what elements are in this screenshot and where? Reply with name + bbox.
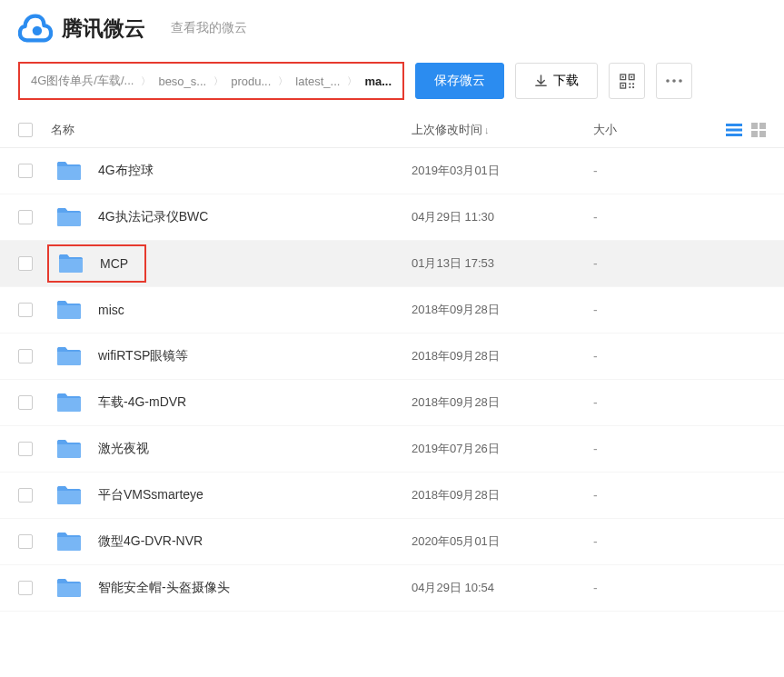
table-row[interactable]: 4G执法记录仪BWC04月29日 11:30- [0,194,784,241]
svg-rect-14 [726,124,742,126]
breadcrumb-item[interactable]: ma... [364,75,392,88]
table-row[interactable]: misc2018年09月28日- [0,287,784,334]
file-size: - [593,488,766,503]
file-name[interactable]: MCP [100,256,128,271]
file-modified-time: 2018年09月28日 [412,348,593,364]
download-button-label: 下载 [553,73,579,89]
file-name[interactable]: 微型4G-DVR-NVR [98,533,412,550]
column-name[interactable]: 名称 [45,122,412,138]
row-checkbox[interactable] [18,210,33,224]
save-button[interactable]: 保存微云 [415,63,504,99]
file-size: - [593,303,766,317]
breadcrumb-item[interactable]: latest_... [295,75,340,88]
folder-icon [56,161,82,181]
row-checkbox[interactable] [18,256,33,271]
qrcode-icon [620,74,635,89]
svg-rect-15 [726,129,742,132]
file-name[interactable]: 平台VMSsmarteye [98,487,412,503]
svg-point-13 [679,79,682,83]
svg-point-11 [666,79,670,83]
file-size: - [593,210,766,224]
chevron-right-icon: 〉 [141,75,151,88]
select-all-checkbox[interactable] [18,123,33,137]
table-row[interactable]: 平台VMSsmarteye2018年09月28日- [0,473,784,519]
table-row[interactable]: MCP01月13日 17:53- [0,241,784,287]
folder-icon [56,207,82,227]
file-list: 4G布控球2019年03月01日-4G执法记录仪BWC04月29日 11:30-… [0,148,784,612]
table-row[interactable]: wifiRTSP眼镜等2018年09月28日- [0,334,784,380]
file-modified-time: 2019年03月01日 [412,163,593,179]
select-all-wrap [18,123,45,137]
table-row[interactable]: 4G布控球2019年03月01日- [0,148,784,194]
folder-icon [56,346,82,366]
file-modified-time: 2020年05月01日 [412,533,593,550]
file-modified-time: 2019年07月26日 [412,441,593,457]
table-row[interactable]: 车载-4G-mDVR2018年09月28日- [0,380,784,426]
file-name[interactable]: misc [98,303,412,317]
qrcode-button[interactable] [609,63,645,99]
chevron-right-icon: 〉 [213,75,223,88]
view-toggle [702,123,766,137]
subtitle-link[interactable]: 查看我的微云 [171,20,247,36]
file-size: - [593,534,766,549]
row-checkbox[interactable] [18,581,33,595]
breadcrumb: 4G图传单兵/车载/...〉beso_s...〉produ...〉latest_… [18,62,404,100]
row-checkbox[interactable] [18,488,33,503]
column-time[interactable]: 上次修改时间↓ [412,122,593,138]
svg-rect-20 [759,131,766,137]
table-row[interactable]: 激光夜视2019年07月26日- [0,426,784,473]
list-header: 名称 上次修改时间↓ 大小 [0,113,784,148]
table-row[interactable]: 微型4G-DVR-NVR2020年05月01日- [0,519,784,565]
cloud-logo-icon [18,11,53,45]
highlighted-folder: MCP [47,244,146,283]
table-row[interactable]: 智能安全帽-头盔摄像头04月29日 10:54- [0,565,784,612]
file-modified-time: 04月29日 10:54 [412,580,593,596]
svg-rect-19 [751,131,758,137]
file-modified-time: 2018年09月28日 [412,394,593,411]
file-name[interactable]: 4G布控球 [98,163,412,179]
folder-icon [56,300,82,320]
more-button[interactable] [656,63,692,99]
file-name[interactable]: 智能安全帽-头盔摄像头 [98,580,412,596]
breadcrumb-item[interactable]: produ... [231,75,271,88]
breadcrumb-item[interactable]: 4G图传单兵/车载/... [31,73,134,89]
file-size: - [593,395,766,410]
page-header: 腾讯微云 查看我的微云 [0,0,784,62]
logo[interactable]: 腾讯微云 [18,11,145,45]
grid-view-button[interactable] [751,123,766,137]
toolbar: 4G图传单兵/车载/...〉beso_s...〉produ...〉latest_… [0,62,784,113]
svg-rect-7 [629,83,630,85]
folder-icon [56,393,82,413]
file-name[interactable]: wifiRTSP眼镜等 [98,348,412,364]
svg-point-0 [33,26,42,35]
file-name[interactable]: 车载-4G-mDVR [98,394,412,411]
breadcrumb-item[interactable]: beso_s... [158,75,206,88]
file-modified-time: 2018年09月28日 [412,302,593,318]
folder-icon [56,439,82,459]
list-view-icon [726,123,742,137]
chevron-right-icon: 〉 [278,75,288,88]
svg-rect-9 [629,86,630,88]
more-icon [666,79,682,83]
file-size: - [593,256,766,271]
row-checkbox[interactable] [18,395,33,410]
file-name[interactable]: 4G执法记录仪BWC [98,209,412,225]
brand-name: 腾讯微云 [62,15,145,43]
row-checkbox[interactable] [18,534,33,549]
grid-view-icon [751,123,766,137]
row-checkbox[interactable] [18,349,33,363]
svg-rect-8 [632,83,634,85]
download-button[interactable]: 下载 [515,63,598,99]
row-checkbox[interactable] [18,164,33,178]
file-modified-time: 04月29日 11:30 [412,209,593,225]
row-checkbox[interactable] [18,303,33,317]
column-size[interactable]: 大小 [593,122,702,138]
list-view-button[interactable] [726,123,742,137]
download-icon [534,75,548,88]
svg-rect-5 [630,75,632,77]
file-name[interactable]: 激光夜视 [98,441,412,457]
file-size: - [593,164,766,178]
file-size: - [593,349,766,363]
row-checkbox[interactable] [18,442,33,456]
file-size: - [593,442,766,456]
